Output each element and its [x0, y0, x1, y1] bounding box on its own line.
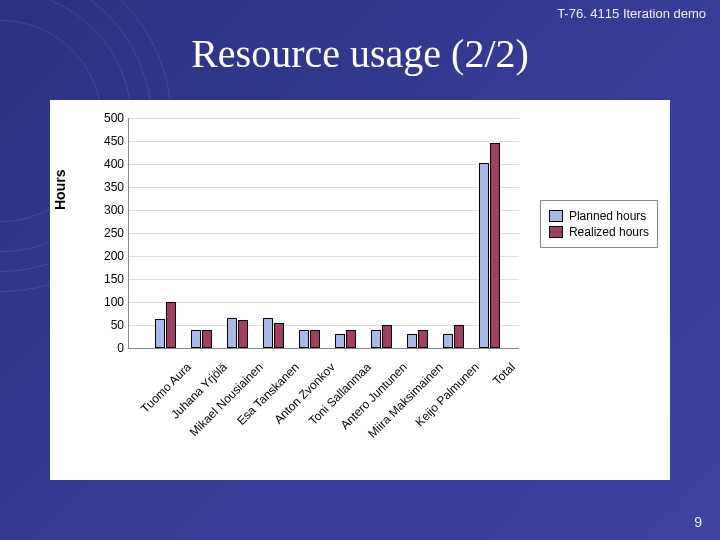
y-tick-label: 350 [84, 180, 124, 194]
legend-entry-realized: Realized hours [549, 225, 649, 239]
y-tick-label: 50 [84, 318, 124, 332]
y-tick-label: 500 [84, 111, 124, 125]
y-axis-label: Hours [52, 170, 68, 210]
grid-line [129, 233, 519, 234]
bar-realized [166, 302, 176, 348]
bar-realized [202, 330, 212, 348]
legend: Planned hours Realized hours [540, 200, 658, 248]
grid-line [129, 118, 519, 119]
slide-title: Resource usage (2/2) [0, 30, 720, 77]
bar-planned [299, 330, 309, 348]
bar-planned [443, 334, 453, 348]
bar-planned [191, 330, 201, 348]
bar-realized [238, 320, 248, 348]
bar-planned [407, 334, 417, 348]
legend-entry-planned: Planned hours [549, 209, 649, 223]
y-tick-label: 200 [84, 249, 124, 263]
y-tick-label: 100 [84, 295, 124, 309]
bar-planned [335, 334, 345, 348]
y-tick-label: 250 [84, 226, 124, 240]
grid-line [129, 210, 519, 211]
legend-label: Realized hours [569, 225, 649, 239]
chart-container: Hours Planned hours Realized hours 05010… [50, 100, 670, 480]
grid-line [129, 141, 519, 142]
chart: Hours Planned hours Realized hours 05010… [50, 100, 670, 480]
y-tick-label: 150 [84, 272, 124, 286]
bar-realized [490, 143, 500, 348]
slide-page-number: 9 [694, 514, 702, 530]
slide-course-label: T-76. 4115 Iteration demo [557, 6, 706, 21]
grid-line [129, 302, 519, 303]
slide: T-76. 4115 Iteration demo Resource usage… [0, 0, 720, 540]
bar-realized [346, 330, 356, 348]
y-tick-label: 400 [84, 157, 124, 171]
bar-planned [227, 318, 237, 348]
y-tick-label: 0 [84, 341, 124, 355]
bar-realized [418, 330, 428, 348]
bar-planned [155, 319, 165, 348]
bar-realized [274, 323, 284, 348]
grid-line [129, 279, 519, 280]
bar-planned [263, 318, 273, 348]
y-tick-label: 300 [84, 203, 124, 217]
grid-line [129, 164, 519, 165]
legend-label: Planned hours [569, 209, 646, 223]
bar-realized [454, 325, 464, 348]
bar-planned [479, 163, 489, 348]
swatch-planned-icon [549, 210, 563, 222]
bar-realized [382, 325, 392, 348]
plot-area [128, 118, 519, 349]
bar-realized [310, 330, 320, 348]
bar-planned [371, 330, 381, 348]
swatch-realized-icon [549, 226, 563, 238]
grid-line [129, 256, 519, 257]
grid-line [129, 187, 519, 188]
y-tick-label: 450 [84, 134, 124, 148]
